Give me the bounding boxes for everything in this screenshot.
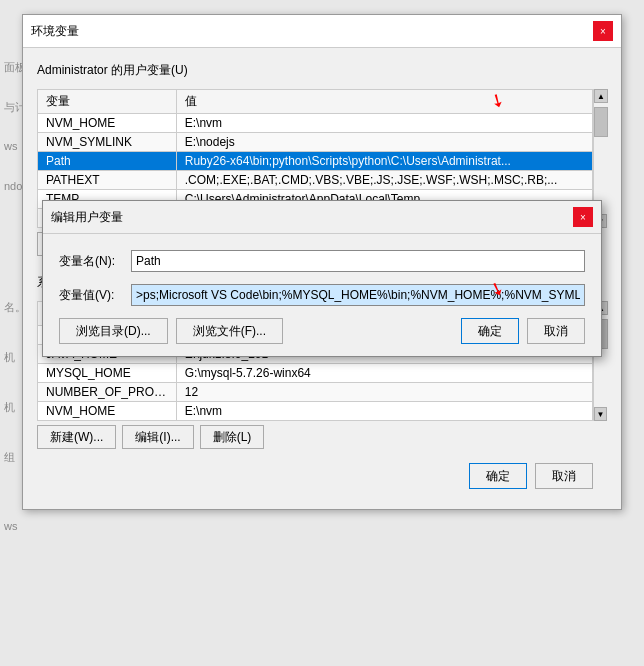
bg-label-8: 组 bbox=[4, 450, 15, 465]
user-vars-col-value: 值 bbox=[176, 90, 592, 114]
env-cancel-button[interactable]: 取消 bbox=[535, 463, 593, 489]
user-var-name: NVM_HOME bbox=[38, 114, 177, 133]
var-value-label: 变量值(V): bbox=[59, 287, 131, 304]
bg-label-9: ws bbox=[4, 520, 17, 532]
browse-dir-button[interactable]: 浏览目录(D)... bbox=[59, 318, 168, 344]
user-var-name: Path bbox=[38, 152, 177, 171]
edit-dialog-button-row: 浏览目录(D)... 浏览文件(F)... 确定 取消 bbox=[59, 318, 585, 344]
user-var-row[interactable]: PATHEXT .COM;.EXE;.BAT;.CMD;.VBS;.VBE;.J… bbox=[38, 171, 593, 190]
sys-new-button[interactable]: 新建(W)... bbox=[37, 425, 116, 449]
sys-var-row[interactable]: MYSQL_HOME G:\mysql-5.7.26-winx64 bbox=[38, 364, 593, 383]
user-var-row[interactable]: Path Ruby26-x64\bin;python\Scripts\pytho… bbox=[38, 152, 593, 171]
user-var-value: .COM;.EXE;.BAT;.CMD;.VBS;.VBE;.JS;.JSE;.… bbox=[176, 171, 592, 190]
var-name-input[interactable] bbox=[131, 250, 585, 272]
user-vars-scroll-up[interactable]: ▲ bbox=[594, 89, 608, 103]
browse-file-button[interactable]: 浏览文件(F)... bbox=[176, 318, 283, 344]
edit-dialog-body: 变量名(N): 变量值(V): 浏览目录(D)... 浏览文件(F)... 确定… bbox=[43, 234, 601, 356]
sys-section-btns: 新建(W)... 编辑(I)... 删除(L) bbox=[37, 421, 607, 455]
env-dialog-titlebar: 环境变量 × bbox=[23, 15, 621, 48]
var-name-label: 变量名(N): bbox=[59, 253, 131, 270]
env-dialog-title: 环境变量 bbox=[31, 23, 79, 40]
sys-var-value: E:\nvm bbox=[176, 402, 592, 421]
var-value-input[interactable] bbox=[131, 284, 585, 306]
sys-var-name: MYSQL_HOME bbox=[38, 364, 177, 383]
user-vars-col-name: 变量 bbox=[38, 90, 177, 114]
bg-label-3: ws bbox=[4, 140, 17, 152]
sys-delete-button[interactable]: 删除(L) bbox=[200, 425, 265, 449]
edit-dialog-titlebar: 编辑用户变量 × bbox=[43, 201, 601, 234]
var-name-row: 变量名(N): bbox=[59, 250, 585, 272]
env-ok-button[interactable]: 确定 bbox=[469, 463, 527, 489]
sys-var-row[interactable]: NUMBER_OF_PROCESSORS 12 bbox=[38, 383, 593, 402]
user-var-name: PATHEXT bbox=[38, 171, 177, 190]
bg-label-6: 机 bbox=[4, 350, 15, 365]
bg-label-7: 机 bbox=[4, 400, 15, 415]
bg-label-4: ndo bbox=[4, 180, 22, 192]
edit-ok-button[interactable]: 确定 bbox=[461, 318, 519, 344]
sys-vars-scroll-down[interactable]: ▼ bbox=[594, 407, 607, 421]
sys-var-row[interactable]: NVM_HOME E:\nvm bbox=[38, 402, 593, 421]
sys-var-value: 12 bbox=[176, 383, 592, 402]
edit-dialog-close-button[interactable]: × bbox=[573, 207, 593, 227]
user-section-title: Administrator 的用户变量(U) bbox=[37, 58, 607, 83]
env-dialog-bottom-buttons: 确定 取消 bbox=[37, 455, 607, 499]
edit-dialog-title: 编辑用户变量 bbox=[51, 209, 123, 226]
user-vars-scroll-thumb[interactable] bbox=[594, 107, 608, 137]
sys-var-name: NVM_HOME bbox=[38, 402, 177, 421]
user-var-value: E:\nvm bbox=[176, 114, 592, 133]
edit-dialog: 编辑用户变量 × 变量名(N): 变量值(V): 浏览目录(D)... 浏览文件… bbox=[42, 200, 602, 357]
edit-cancel-button[interactable]: 取消 bbox=[527, 318, 585, 344]
user-var-name: NVM_SYMLINK bbox=[38, 133, 177, 152]
sys-var-name: NUMBER_OF_PROCESSORS bbox=[38, 383, 177, 402]
sys-var-value: G:\mysql-5.7.26-winx64 bbox=[176, 364, 592, 383]
sys-edit-button[interactable]: 编辑(I)... bbox=[122, 425, 193, 449]
user-var-value: E:\nodejs bbox=[176, 133, 592, 152]
env-dialog-close-button[interactable]: × bbox=[593, 21, 613, 41]
user-var-value: Ruby26-x64\bin;python\Scripts\python\C:\… bbox=[176, 152, 592, 171]
user-var-row[interactable]: NVM_HOME E:\nvm bbox=[38, 114, 593, 133]
user-var-row[interactable]: NVM_SYMLINK E:\nodejs bbox=[38, 133, 593, 152]
